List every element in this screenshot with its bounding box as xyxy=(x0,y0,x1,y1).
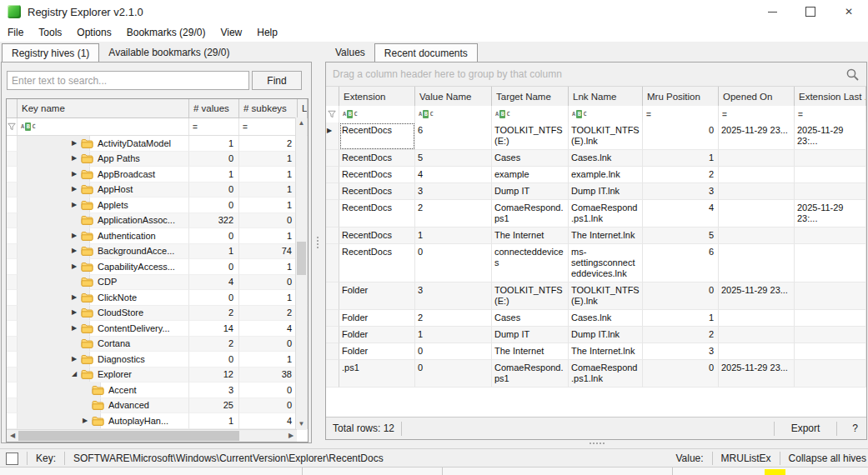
cell-extension[interactable]: RecentDocs xyxy=(339,183,415,200)
status-checkbox[interactable] xyxy=(6,452,18,465)
cell-mru-position[interactable]: 6 xyxy=(643,244,719,282)
cell-extension[interactable]: RecentDocs xyxy=(339,228,415,244)
find-button[interactable]: Find xyxy=(252,71,302,90)
expander-collapsed-icon[interactable]: ▶ xyxy=(83,418,92,424)
group-by-bar[interactable]: Drag a column header here to group by th… xyxy=(326,62,866,87)
grid-filter-extension-last[interactable]: = xyxy=(795,106,866,122)
grid-filter-value-name[interactable]: ABC xyxy=(415,106,492,122)
cell-target-name[interactable]: Dump IT xyxy=(492,183,569,200)
cell-lnk-name[interactable]: ComaeRespond.ps1.lnk xyxy=(569,360,643,388)
cell-value-name[interactable]: 3 xyxy=(415,183,492,200)
cell-extension-last[interactable] xyxy=(795,310,866,327)
tree-row[interactable]: Accent30 xyxy=(7,382,308,398)
grid-row[interactable]: Folder2CasesCases.lnk1 xyxy=(326,310,866,327)
cell-extension-last[interactable] xyxy=(795,360,866,388)
grid-header-extension[interactable]: Extension xyxy=(339,87,415,106)
grid-header-extension-last[interactable]: Extension Last ... xyxy=(795,87,866,106)
grid-row[interactable]: RecentDocs0connecteddevicesms-settingsco… xyxy=(326,244,866,282)
cell-extension-last[interactable] xyxy=(795,343,866,360)
tree-row[interactable]: CDP40 xyxy=(7,275,308,291)
grid-row[interactable]: RecentDocs1The InternetThe Internet.lnk5 xyxy=(326,228,866,244)
tree-filter-keyname[interactable]: ABC xyxy=(18,118,189,135)
expander-collapsed-icon[interactable]: ▶ xyxy=(72,186,81,192)
scroll-thumb[interactable] xyxy=(18,431,239,441)
expander-collapsed-icon[interactable]: ▶ xyxy=(72,309,81,316)
cell-lnk-name[interactable]: Cases.lnk xyxy=(569,310,643,327)
cell-value-name[interactable]: 2 xyxy=(415,200,492,228)
cell-lnk-name[interactable]: The Internet.lnk xyxy=(569,343,643,360)
cell-target-name[interactable]: TOOLKIT_NTFS (E:) xyxy=(492,282,569,310)
grid-row[interactable]: Folder3TOOLKIT_NTFS (E:)TOOLKIT_NTFS (E)… xyxy=(326,282,866,310)
tree-row[interactable]: ▶AppBroadcast11 xyxy=(7,167,308,182)
grid-row[interactable]: RecentDocs3Dump ITDump IT.lnk3 xyxy=(326,183,866,200)
scroll-thumb[interactable] xyxy=(297,242,306,275)
scroll-up-icon[interactable]: ▲ xyxy=(296,118,307,129)
tree-header-lastwrite[interactable]: Las xyxy=(298,99,308,118)
cell-extension[interactable]: Folder xyxy=(339,282,415,310)
cell-extension[interactable]: RecentDocs xyxy=(339,167,415,183)
cell-extension[interactable]: RecentDocs xyxy=(339,200,415,228)
expander-expanded-icon[interactable]: ◢ xyxy=(72,371,81,378)
cell-extension-last[interactable]: 2025-11-29 23:... xyxy=(795,200,866,228)
cell-lnk-name[interactable]: ComaeRespond.ps1.lnk xyxy=(569,200,643,228)
cell-extension-last[interactable] xyxy=(795,327,866,343)
search-input[interactable] xyxy=(7,71,249,90)
expander-collapsed-icon[interactable]: ▶ xyxy=(72,232,81,239)
menu-item-tools[interactable]: Tools xyxy=(31,27,69,38)
expander-collapsed-icon[interactable]: ▶ xyxy=(72,325,81,332)
cell-extension-last[interactable] xyxy=(795,150,866,167)
tree-row[interactable]: ▶ClickNote01 xyxy=(7,290,308,306)
grid-filter-opened-on[interactable]: = xyxy=(719,106,795,122)
cell-target-name[interactable]: TOOLKIT_NTFS (E:) xyxy=(492,122,569,150)
tree-row[interactable]: ▶ContentDelivery...144 xyxy=(7,321,308,337)
grid-row[interactable]: Folder0The InternetThe Internet.lnk3 xyxy=(326,343,866,360)
cell-mru-position[interactable]: 1 xyxy=(643,310,719,327)
cell-value-name[interactable]: 0 xyxy=(415,360,492,388)
cell-opened-on[interactable] xyxy=(719,310,795,327)
cell-lnk-name[interactable]: TOOLKIT_NTFS (E).lnk xyxy=(569,282,643,310)
grid-filter-target-name[interactable]: ABC xyxy=(492,106,569,122)
cell-opened-on[interactable]: 2025-11-29 23... xyxy=(719,360,795,388)
cell-target-name[interactable]: The Internet xyxy=(492,228,569,244)
help-button[interactable]: ? xyxy=(844,422,866,434)
expander-collapsed-icon[interactable]: ▶ xyxy=(72,140,81,147)
cell-extension-last[interactable] xyxy=(795,167,866,183)
cell-value-name[interactable]: 0 xyxy=(415,343,492,360)
cell-target-name[interactable]: Cases xyxy=(492,310,569,327)
tab-registry-hives[interactable]: Registry hives (1) xyxy=(2,43,99,63)
cell-mru-position[interactable]: 4 xyxy=(643,200,719,228)
cell-opened-on[interactable] xyxy=(719,244,795,282)
tree-horizontal-scrollbar[interactable]: ◀ ▶ xyxy=(7,429,297,442)
tree-filter-values[interactable]: = xyxy=(189,118,239,135)
cell-value-name[interactable]: 0 xyxy=(415,244,492,282)
cell-value-name[interactable]: 4 xyxy=(415,167,492,183)
grid-header-target-name[interactable]: Target Name xyxy=(492,87,569,106)
cell-value-name[interactable]: 5 xyxy=(415,150,492,167)
export-button[interactable]: Export xyxy=(781,422,830,434)
panel-splitter[interactable] xyxy=(314,232,321,253)
tab-available-bookmarks[interactable]: Available bookmarks (29/0) xyxy=(99,43,238,62)
cell-extension[interactable]: RecentDocs xyxy=(339,122,415,150)
cell-extension[interactable]: Folder xyxy=(339,327,415,343)
cell-lnk-name[interactable]: TOOLKIT_NTFS (E).lnk xyxy=(569,122,643,150)
cell-target-name[interactable]: example xyxy=(492,167,569,183)
expander-collapsed-icon[interactable]: ▶ xyxy=(72,263,81,270)
cell-opened-on[interactable] xyxy=(719,200,795,228)
tree-row[interactable]: ▶Applets01 xyxy=(7,198,308,213)
grid-row[interactable]: RecentDocs5CasesCases.lnk1 xyxy=(326,150,866,167)
tree-row[interactable]: ▶Diagnostics01 xyxy=(7,352,308,368)
cell-value-name[interactable]: 1 xyxy=(415,228,492,244)
collapse-all-hives-button[interactable]: Collapse all hives xyxy=(789,452,868,464)
cell-opened-on[interactable]: 2025-11-29 23... xyxy=(719,122,795,150)
cell-lnk-name[interactable]: Dump IT.lnk xyxy=(569,183,643,200)
cell-extension-last[interactable] xyxy=(795,228,866,244)
tree-header-subkeys[interactable]: # subkeys xyxy=(239,99,298,118)
menu-item-options[interactable]: Options xyxy=(69,27,118,38)
grid-filter-mru-position[interactable]: = xyxy=(643,106,719,122)
cell-lnk-name[interactable]: The Internet.lnk xyxy=(569,228,643,244)
cell-mru-position[interactable]: 2 xyxy=(643,327,719,343)
cell-mru-position[interactable]: 3 xyxy=(643,183,719,200)
grid-filter-extension[interactable]: ABC xyxy=(339,106,415,122)
expander-collapsed-icon[interactable]: ▶ xyxy=(72,356,81,362)
cell-value-name[interactable]: 1 xyxy=(415,327,492,343)
